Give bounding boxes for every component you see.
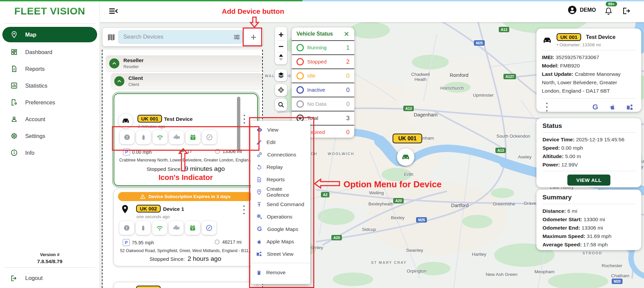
summary-field-value: 13300 mi <box>583 217 605 222</box>
map-marker-vehicle[interactable] <box>397 148 414 166</box>
sidebar-item-label: Info <box>25 150 35 156</box>
idle-ring-icon <box>296 72 304 80</box>
indicator-icons-row <box>119 221 216 235</box>
search-input[interactable] <box>118 30 243 44</box>
topbar-logout-button[interactable] <box>622 7 631 15</box>
sidebar-divider <box>4 23 95 24</box>
status-row-running[interactable]: Running1 <box>292 40 354 54</box>
sidebar-item-statistics[interactable]: Statistics <box>2 78 97 93</box>
sidebar-item-preferences[interactable]: Preferences <box>2 95 97 110</box>
map-place-label: Chadwell Heath <box>407 72 434 82</box>
summary-field-value: 13306 mi <box>581 225 603 231</box>
stopped-value: 2 hours ago <box>188 255 221 262</box>
annotation-icons-indicator: Icon's Indicator <box>114 173 257 182</box>
sidebar-item-account[interactable]: Account <box>2 111 97 127</box>
version-label: Version # <box>0 252 99 257</box>
filter-tune-icon[interactable] <box>233 33 241 41</box>
map-marker-plate[interactable]: UK 001 <box>393 134 422 143</box>
summary-field-label: Odometer End: <box>542 225 580 231</box>
sidebar-item-info[interactable]: Info <box>2 145 97 160</box>
bell-icon <box>604 7 613 15</box>
status-row-stopped[interactable]: Stopped2 <box>292 54 354 68</box>
device-address: 52 Oakwood Road, Springfield, Greet, Wes… <box>116 248 255 253</box>
sidebar-item-reports[interactable]: Reports <box>2 61 97 77</box>
sidebar-item-dashboard[interactable]: Dashboard <box>2 44 97 60</box>
user-menu[interactable]: DEMO <box>568 5 596 14</box>
map-place-label: ST MARY CRAY <box>371 260 407 265</box>
speed-indicator-icon[interactable] <box>202 221 216 235</box>
locate-button[interactable] <box>275 84 287 96</box>
chevron-up-icon[interactable] <box>109 58 119 68</box>
group-subtitle: Client <box>128 82 139 87</box>
detail-options-button[interactable] <box>544 102 550 112</box>
status-card: Status Device Time: 2025-12-19 15:45:56 … <box>536 118 641 187</box>
status-row-inactive[interactable]: Inactive0 <box>292 83 354 97</box>
google-maps-button[interactable]: G <box>592 103 599 111</box>
battery-indicator-icon[interactable] <box>136 221 151 235</box>
road-badge: A13 <box>403 106 414 111</box>
topbar <box>99 0 644 22</box>
street-view-button[interactable] <box>626 103 634 111</box>
view-all-button[interactable]: VIEW ALL <box>567 175 610 186</box>
summary-field-value: 31.69 mph <box>587 233 611 239</box>
logout-icon <box>622 7 631 15</box>
summary-field-label: Maximum Speed: <box>542 233 585 239</box>
status-row-idle[interactable]: Idle0 <box>292 68 354 83</box>
map-place-label: Dagenham <box>414 112 438 117</box>
username: DEMO <box>580 7 596 13</box>
map-place-label: Hornchurch <box>440 86 464 91</box>
preferences-icon <box>10 99 18 106</box>
map-place-label: Orpington <box>407 269 427 274</box>
map-place-label: Sidcup <box>362 227 376 232</box>
zoom-in-button[interactable]: + <box>278 30 283 39</box>
status-title: Status <box>542 122 635 130</box>
sidebar-item-label: Reports <box>25 66 45 72</box>
map-place-label: Dartford <box>451 203 469 208</box>
alert-indicator-icon[interactable] <box>119 221 134 235</box>
zoom-out-button[interactable]: − <box>278 42 283 51</box>
notifications-button[interactable] <box>604 7 613 15</box>
status-row-nodata[interactable]: No Data0 <box>292 97 354 111</box>
device-options-button[interactable] <box>241 205 247 215</box>
status-field-label: Speed: <box>542 145 560 151</box>
device-options-button[interactable] <box>241 114 247 124</box>
road-badge: M25 <box>474 40 485 46</box>
group-subtitle: Reseller <box>123 64 139 69</box>
odometer-icon <box>214 239 220 245</box>
chevron-up-icon[interactable] <box>114 76 124 86</box>
device-plate: UK 003 <box>136 286 161 288</box>
map-place-label: Aveley <box>518 154 531 159</box>
apple-maps-button[interactable] <box>609 103 616 111</box>
device-detail-card: UK 001 Test Device • Odometer: 13306 mi … <box>536 29 641 112</box>
map-place-label: Greenhithe <box>493 201 515 206</box>
menu-collapse-icon <box>108 7 118 15</box>
person-icon <box>10 115 18 123</box>
map-fold-icon[interactable] <box>107 33 116 42</box>
close-icon[interactable] <box>344 31 350 37</box>
device-card-uk002[interactable]: Device Subscription Expires in 3 days UK… <box>114 189 257 266</box>
sidebar-item-map[interactable]: Map <box>2 27 97 42</box>
status-count: 2 <box>346 58 350 65</box>
sidebar-item-settings[interactable]: Settings <box>2 128 97 144</box>
fleet-vision-app: CHINGFORDHUTTONBrentwoodWarleyChadwell H… <box>0 0 644 288</box>
wifi-indicator-icon[interactable] <box>152 221 167 235</box>
map-place-label: Chatham <box>611 273 630 278</box>
layers-button[interactable] <box>275 69 287 81</box>
subscription-calendar-icon[interactable] <box>185 221 200 235</box>
device-card-uk003[interactable]: UK 003 Demo Device <box>114 282 257 288</box>
search-icon <box>277 101 285 108</box>
app-logo: FLEET VISION <box>0 5 99 17</box>
sidebar-collapse-button[interactable] <box>108 7 118 15</box>
group-reseller[interactable]: ResellerReseller <box>106 55 262 71</box>
engine-indicator-icon[interactable] <box>169 221 184 235</box>
tilt-control[interactable] <box>278 54 284 61</box>
sidebar-item-label: Map <box>25 32 36 38</box>
map-place-label: STROOD <box>582 251 602 255</box>
stopped-label: Stopped Since: <box>150 256 185 262</box>
annotation-arrow-down <box>248 16 261 28</box>
notification-badge: 99+ <box>606 2 617 6</box>
sidebar-logout[interactable]: Logout <box>2 271 97 286</box>
group-client[interactable]: ClientClient <box>111 73 262 89</box>
map-search-button[interactable] <box>275 99 287 111</box>
status-field-value: 5.00 m <box>565 153 581 159</box>
